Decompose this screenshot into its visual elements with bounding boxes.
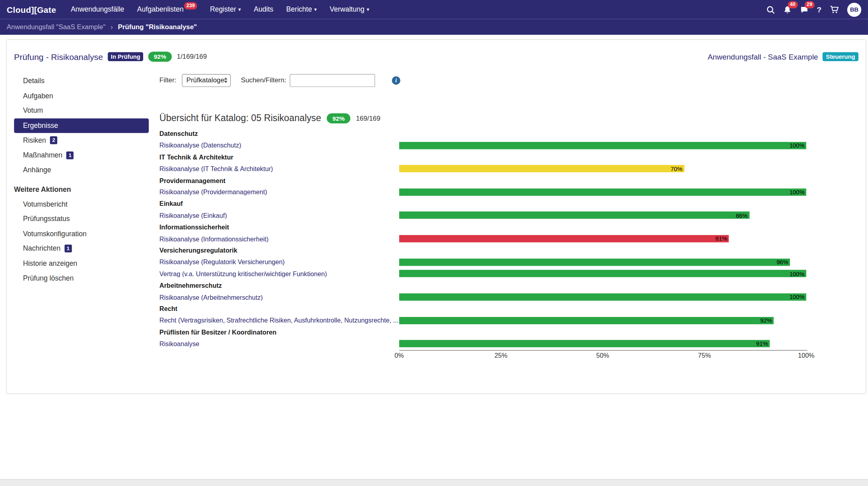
bar-track: 100% <box>399 270 806 277</box>
header-context: Anwendungsfall - SaaS Example Steuerung <box>708 52 858 61</box>
sidebar-action-nachrichten[interactable]: Nachrichten1 <box>14 241 149 256</box>
bar-fill[interactable]: 91% <box>399 340 770 347</box>
chart-category-label: Prüflisten für Besitzer / Koordinatoren <box>160 326 858 338</box>
info-icon[interactable]: i <box>392 76 400 84</box>
sidebar-action-historie-anzeigen[interactable]: Historie anzeigen <box>14 256 149 271</box>
sidebar-item-risiken[interactable]: Risiken2 <box>14 133 149 148</box>
filter-label: Filter: <box>160 76 176 84</box>
app-window: Cloud][Gate AnwendungsfälleAufgabenliste… <box>0 0 868 486</box>
bar-fill[interactable]: 86% <box>399 212 749 219</box>
bar-fill[interactable]: 100% <box>399 270 806 277</box>
bar-fill[interactable]: 70% <box>399 165 684 172</box>
nav-item-verwaltung[interactable]: Verwaltung▾ <box>330 6 369 14</box>
bar-value-label: 100% <box>790 271 806 277</box>
chart-row-label[interactable]: Recht (Vertragsrisiken, Strafrechtliche … <box>160 317 399 324</box>
context-link[interactable]: Anwendungsfall - SaaS Example <box>708 52 818 61</box>
search-icon[interactable] <box>766 5 775 14</box>
notifications-count-badge: 40 <box>788 1 798 8</box>
sidebar-action-prufung-loschen[interactable]: Prüfung löschen <box>14 271 149 286</box>
chevron-down-icon: ▾ <box>367 7 369 12</box>
chart-row: Risikoanalyse (IT Technik & Architektur)… <box>160 163 858 175</box>
help-icon[interactable]: ? <box>817 5 822 14</box>
chart-category-label: Informationssicherheit <box>160 221 858 233</box>
sidebar-item-label: Nachrichten <box>23 245 61 253</box>
sidebar-item-votum[interactable]: Votum <box>14 103 149 118</box>
chart-row: Risikoanalyse (Regulatorik Versicherunge… <box>160 256 858 268</box>
chart-row-label[interactable]: Risikoanalyse (Arbeitnehmerschutz) <box>160 294 399 301</box>
chart-category-label: Versicherungsregulatorik <box>160 245 858 256</box>
sidebar-menu: DetailsAufgabenVotumErgebnisseRisiken2Ma… <box>14 74 149 177</box>
nav-item-aufgabenlisten[interactable]: Aufgabenlisten239 <box>137 6 197 14</box>
chart-category-label: Einkauf <box>160 198 858 209</box>
nav-item-label: Audits <box>254 6 274 14</box>
search-input[interactable] <box>290 74 375 87</box>
sidebar-item-aufgaben[interactable]: Aufgaben <box>14 88 149 103</box>
filter-select[interactable]: Prüfkataloge <box>182 74 231 87</box>
page-title: Prüfung - Risikoanalyse <box>14 52 103 62</box>
chart-row-label[interactable]: Risikoanalyse (Einkauf) <box>160 212 399 219</box>
progress-badge: 92% <box>148 52 172 62</box>
bar-track: 86% <box>399 212 806 219</box>
axis-tick-label: 25% <box>494 353 507 359</box>
bar-track: 100% <box>399 293 806 301</box>
chart-header: Übersicht für Katalog: 05 Risikoanalyse … <box>160 112 858 124</box>
sidebar-item-anhange[interactable]: Anhänge <box>14 163 149 177</box>
sidebar-action-votumskonfiguration[interactable]: Votumskonfiguration <box>14 226 149 241</box>
sidebar-item-label: Votum <box>23 107 43 115</box>
sidebar-item-label: Details <box>23 77 45 85</box>
x-axis-line <box>399 350 807 351</box>
chart-row-label[interactable]: Vertrag (v.a. Unterstützung kritischer/w… <box>160 270 399 277</box>
bar-fill[interactable]: 96% <box>399 259 790 266</box>
cart-icon[interactable] <box>830 5 839 14</box>
bar-value-label: 86% <box>736 213 749 219</box>
nav-item-anwendungsfalle[interactable]: Anwendungsfälle <box>71 6 124 14</box>
chart-row-label[interactable]: Risikoanalyse (Regulatorik Versicherunge… <box>160 259 399 265</box>
status-badge: In Prüfung <box>108 52 143 61</box>
bar-value-label: 96% <box>776 259 790 265</box>
nav-item-register[interactable]: Register▾ <box>210 6 241 14</box>
bar-value-label: 100% <box>790 189 806 195</box>
nav-item-label: Berichte <box>286 6 312 14</box>
bar-value-label: 92% <box>760 317 774 323</box>
bar-fill[interactable]: 100% <box>399 293 806 301</box>
filter-row: Filter: Prüfkataloge Suchen/Filtern: i <box>160 74 858 87</box>
chart-row-label[interactable]: Risikoanalyse (Informationssicherheit) <box>160 235 399 242</box>
nav-item-label: Anwendungsfälle <box>71 6 124 14</box>
sidebar-action-votumsbericht[interactable]: Votumsbericht <box>14 197 149 211</box>
bar-value-label: 81% <box>716 236 729 242</box>
bar-fill[interactable]: 100% <box>399 142 806 149</box>
content-area: Filter: Prüfkataloge Suchen/Filtern: i Ü… <box>160 74 858 361</box>
bar-fill[interactable]: 92% <box>399 317 774 324</box>
notifications-bell-icon[interactable]: 40 <box>783 5 792 14</box>
sidebar-item-label: Aufgaben <box>23 92 53 100</box>
chart-count: 169/169 <box>356 114 380 122</box>
bar-track: 92% <box>399 317 806 324</box>
chart-row-label[interactable]: Risikoanalyse (Providermanagement) <box>160 189 399 195</box>
app-logo[interactable]: Cloud][Gate <box>7 5 56 14</box>
count-badge: 1 <box>64 245 72 252</box>
chart-row-label[interactable]: Risikoanalyse <box>160 341 399 347</box>
breadcrumb-parent-link[interactable]: Anwendungsfall "SaaS Example" <box>7 23 106 31</box>
user-avatar[interactable]: BB <box>847 2 861 16</box>
nav-item-berichte[interactable]: Berichte▾ <box>286 6 317 14</box>
sidebar-item-massnahmen[interactable]: Maßnahmen1 <box>14 148 149 163</box>
bar-fill[interactable]: 100% <box>399 188 806 195</box>
bar-fill[interactable]: 81% <box>399 235 729 242</box>
chart-progress-badge: 92% <box>327 113 350 123</box>
top-navigation-bar: Cloud][Gate AnwendungsfälleAufgabenliste… <box>0 0 868 19</box>
chart-row: Risikoanalyse (Providermanagement)100% <box>160 186 858 198</box>
sidebar-item-ergebnisse[interactable]: Ergebnisse <box>14 118 149 133</box>
sidebar-item-details[interactable]: Details <box>14 74 149 88</box>
main-card: Prüfung - Risikoanalyse In Prüfung 92% 1… <box>6 39 866 394</box>
chart-row-label[interactable]: Risikoanalyse (IT Technik & Architektur) <box>160 165 399 172</box>
chevron-down-icon: ▾ <box>314 7 317 12</box>
chart-category-label: Recht <box>160 303 858 315</box>
messages-icon[interactable]: 29 <box>800 5 808 14</box>
nav-item-label: Verwaltung <box>330 6 364 14</box>
horizontal-scrollbar[interactable] <box>0 479 868 486</box>
filter-select-value: Prüfkataloge <box>186 76 224 84</box>
sidebar-action-prufungsstatus[interactable]: Prüfungsstatus <box>14 211 149 226</box>
count-badge: 1 <box>66 151 74 159</box>
chart-row-label[interactable]: Risikoanalyse (Datenschutz) <box>160 142 399 149</box>
nav-item-audits[interactable]: Audits <box>254 6 274 14</box>
